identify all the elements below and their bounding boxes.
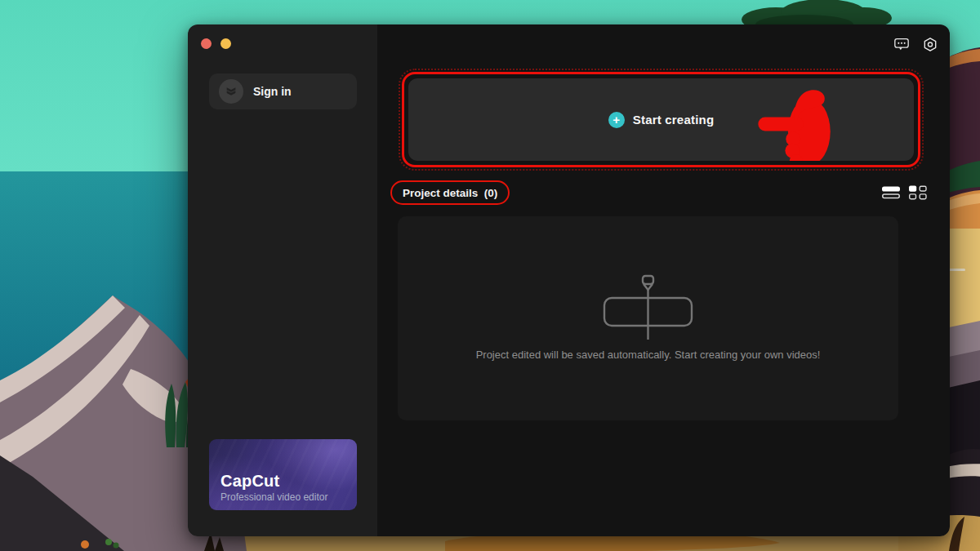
project-details-highlight-box: Project details (0) (390, 180, 510, 205)
start-creating-button[interactable]: + Start creating (408, 78, 914, 161)
capcut-brand-card[interactable]: CapCut Professional video editor (209, 439, 357, 510)
empty-state-message: Project edited will be saved automatical… (398, 349, 898, 361)
plus-icon: + (608, 112, 625, 128)
brand-title: CapCut (220, 472, 279, 491)
hand-pointer-left-icon (757, 87, 832, 161)
capcut-logo-icon (225, 85, 238, 98)
close-button[interactable] (201, 38, 212, 49)
list-view-icon[interactable] (881, 184, 901, 201)
sign-in-button[interactable]: Sign in (209, 73, 357, 109)
minimize-button[interactable] (220, 38, 231, 49)
capcut-window: Sign in CapCut Professional video editor (188, 24, 950, 536)
view-toggles (881, 184, 928, 201)
grid-view-icon[interactable] (908, 184, 928, 201)
feedback-button[interactable] (894, 37, 909, 51)
settings-button[interactable] (923, 37, 938, 51)
traffic-lights (201, 38, 231, 49)
project-details-label: Project details (0) (403, 187, 497, 199)
start-creating-highlight-box: + Start creating (402, 72, 920, 167)
avatar (219, 79, 243, 104)
sign-in-label: Sign in (253, 85, 292, 98)
sidebar: Sign in CapCut Professional video editor (188, 24, 377, 536)
project-list-empty-panel: Project edited will be saved automatical… (398, 216, 898, 420)
start-creating-label: Start creating (633, 113, 715, 127)
timeline-clip-playhead-icon (599, 273, 698, 342)
gear-icon (923, 37, 938, 52)
brand-subtitle: Professional video editor (220, 491, 327, 503)
feedback-icon (894, 37, 909, 52)
desktop: Sign in CapCut Professional video editor (0, 0, 980, 551)
main-area: + Start creating (377, 24, 950, 536)
titlebar-icons (894, 37, 938, 51)
